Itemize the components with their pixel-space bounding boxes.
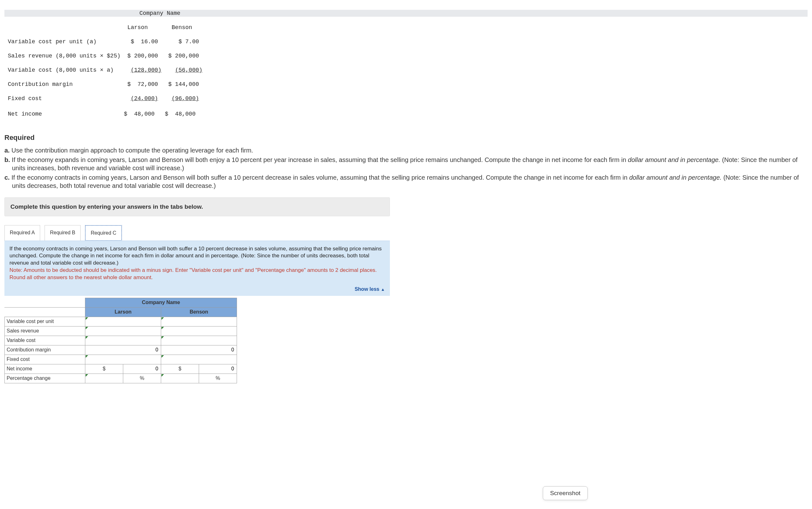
row-label: Percentage change bbox=[5, 374, 85, 383]
tab-body-main-text: If the economy contracts in coming years… bbox=[9, 245, 385, 267]
required-item-a: a. Use the contribution margin approach … bbox=[4, 146, 808, 155]
data-table-row: Sales revenue (8,000 units × $25) $ 200,… bbox=[4, 53, 808, 60]
input-varcosttot-larson[interactable] bbox=[87, 337, 159, 344]
table-row: Sales revenue bbox=[5, 326, 237, 336]
row-label: Contribution margin bbox=[5, 345, 85, 354]
required-item-b: b. If the economy expands in coming year… bbox=[4, 156, 808, 172]
input-varcost-larson[interactable] bbox=[87, 318, 159, 325]
data-table-row: Variable cost (8,000 units × a) (128,000… bbox=[4, 67, 808, 74]
computed-contrib-benson bbox=[163, 347, 235, 353]
table-row: Net income $ $ bbox=[5, 364, 237, 374]
input-salesrev-benson[interactable] bbox=[163, 328, 235, 334]
input-pctchange-larson[interactable] bbox=[87, 375, 121, 382]
row-label: Net income bbox=[5, 364, 85, 374]
row-label: Fixed cost bbox=[5, 354, 85, 364]
table-row: Contribution margin bbox=[5, 345, 237, 354]
required-item-c: c. If the economy contracts in coming ye… bbox=[4, 173, 808, 190]
edit-marker-icon bbox=[161, 317, 164, 320]
required-heading: Required bbox=[4, 134, 808, 142]
dollar-symbol: $ bbox=[161, 364, 199, 374]
percent-symbol: % bbox=[199, 374, 237, 383]
dollar-symbol: $ bbox=[85, 364, 123, 374]
edit-marker-icon bbox=[86, 317, 88, 320]
input-varcost-benson[interactable] bbox=[163, 318, 235, 325]
instruction-bar: Complete this question by entering your … bbox=[4, 197, 390, 216]
answer-col-larson: Larson bbox=[85, 307, 161, 317]
computed-contrib-larson bbox=[87, 347, 159, 353]
computed-netincome-benson bbox=[201, 366, 235, 372]
table-row: Percentage change % % bbox=[5, 374, 237, 383]
input-fixed-larson[interactable] bbox=[87, 356, 159, 363]
input-salesrev-larson[interactable] bbox=[87, 328, 159, 334]
data-table-row: Net income $ 48,000 $ 48,000 bbox=[4, 109, 808, 118]
data-table: Company Name Larson Benson Variable cost… bbox=[4, 3, 808, 125]
table-row: Variable cost bbox=[5, 336, 237, 345]
edit-marker-icon bbox=[86, 374, 88, 377]
row-label: Variable cost per unit bbox=[5, 317, 85, 326]
table-row: Fixed cost bbox=[5, 354, 237, 364]
input-varcosttot-benson[interactable] bbox=[163, 337, 235, 344]
edit-marker-icon bbox=[86, 336, 88, 339]
edit-marker-icon bbox=[86, 355, 88, 358]
tab-body-note-text: Note: Amounts to be deducted should be i… bbox=[9, 267, 385, 281]
data-table-row: Contribution margin $ 72,000 $ 144,000 bbox=[4, 81, 808, 88]
data-table-header-band: Company Name bbox=[4, 10, 808, 17]
input-fixed-benson[interactable] bbox=[163, 356, 235, 363]
percent-symbol: % bbox=[123, 374, 161, 383]
data-table-row: Fixed cost (24,000) (96,000) bbox=[4, 95, 808, 102]
row-label: Sales revenue bbox=[5, 326, 85, 336]
edit-marker-icon bbox=[161, 336, 164, 339]
edit-marker-icon bbox=[161, 327, 164, 329]
data-table-row: Variable cost per unit (a) $ 16.00 $ 7.0… bbox=[4, 38, 808, 45]
edit-marker-icon bbox=[86, 327, 88, 329]
edit-marker-icon bbox=[161, 355, 164, 358]
computed-netincome-larson bbox=[125, 366, 159, 372]
row-label: Variable cost bbox=[5, 336, 85, 345]
data-table-subheader: Larson Benson bbox=[4, 24, 808, 31]
tab-required-b[interactable]: Required B bbox=[44, 225, 80, 241]
answer-col-benson: Benson bbox=[161, 307, 237, 317]
tab-body: If the economy contracts in coming years… bbox=[4, 241, 390, 296]
tab-required-c[interactable]: Required C bbox=[85, 225, 122, 241]
answer-table-group-header: Company Name bbox=[85, 298, 237, 307]
input-pctchange-benson[interactable] bbox=[163, 375, 197, 382]
edit-marker-icon bbox=[161, 374, 164, 377]
tab-required-a[interactable]: Required A bbox=[4, 225, 40, 241]
answer-table: Company Name Larson Benson Variable cost… bbox=[4, 298, 237, 383]
caret-up-icon: ▲ bbox=[381, 287, 385, 292]
show-less-link[interactable]: Show less ▲ bbox=[9, 281, 385, 293]
tabs-row: Required A Required B Required C bbox=[4, 225, 390, 241]
required-list: a. Use the contribution margin approach … bbox=[4, 146, 808, 190]
table-row: Variable cost per unit bbox=[5, 317, 237, 326]
